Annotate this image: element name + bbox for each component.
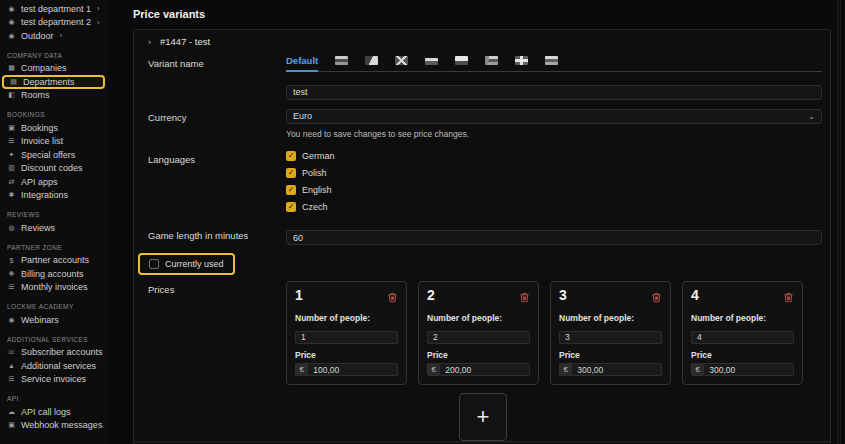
sidebar-item-api-call-logs[interactable]: ☁ API call logs bbox=[0, 405, 107, 419]
language-checkbox-english[interactable]: ✓ English bbox=[286, 185, 822, 195]
sidebar-item-service-invoices[interactable]: ☰ Service invoices bbox=[0, 373, 107, 387]
sidebar-item-departments[interactable]: ▤ Departments bbox=[2, 75, 105, 89]
sidebar-item-additional-services[interactable]: ▲ Additional services bbox=[0, 359, 107, 373]
sidebar-item-invoice-list[interactable]: ☰ Invoice list bbox=[0, 135, 107, 149]
sidebar-item-partner-accounts[interactable]: $ Partner accounts bbox=[0, 254, 107, 268]
currently-used-label: Currently used bbox=[165, 259, 224, 269]
trash-icon[interactable] bbox=[519, 289, 530, 307]
add-price-button[interactable]: + bbox=[459, 393, 507, 441]
sidebar-item-test-department-2[interactable]: ◉ test department 2 › bbox=[0, 16, 107, 30]
people-input[interactable] bbox=[559, 331, 662, 344]
trash-icon[interactable] bbox=[783, 289, 794, 307]
variant-header-label: #1447 - test bbox=[160, 36, 210, 47]
sidebar-item-label: Webhook messages bbox=[21, 420, 102, 430]
sidebar-section-api: API bbox=[0, 386, 107, 405]
sidebar-item-bookings[interactable]: ▣ Bookings bbox=[0, 121, 107, 135]
prices-label: Prices bbox=[148, 281, 286, 441]
tab-default[interactable]: Default bbox=[286, 55, 318, 72]
flag-tab-3-icon[interactable] bbox=[395, 56, 408, 65]
checked-checkbox-icon: ✓ bbox=[286, 151, 296, 161]
services-icon: ▲ bbox=[7, 362, 16, 369]
currency-selected-value: Euro bbox=[293, 111, 312, 121]
trash-icon[interactable] bbox=[651, 289, 662, 307]
currency-label: Currency bbox=[148, 109, 286, 139]
checkbox-label: Polish bbox=[302, 168, 327, 178]
flag-tab-1-icon[interactable] bbox=[335, 56, 348, 65]
currency-select[interactable]: Euro ⌄ bbox=[286, 109, 822, 124]
price-input[interactable] bbox=[571, 363, 662, 376]
price-label: Price bbox=[691, 350, 794, 360]
price-card-4: 4 Number of people: Price € bbox=[682, 281, 803, 385]
chevron-right-icon: › bbox=[97, 18, 100, 27]
sidebar-item-label: Special offers bbox=[21, 150, 75, 160]
language-checkbox-czech[interactable]: ✓ Czech bbox=[286, 202, 822, 212]
sidebar-item-api-apps[interactable]: ⇄ API apps bbox=[0, 175, 107, 189]
main-content: Price variants › #1447 - test Variant na… bbox=[107, 0, 845, 444]
euro-icon: € bbox=[295, 363, 307, 376]
language-checkbox-german[interactable]: ✓ German bbox=[286, 151, 822, 161]
people-label: Number of people: bbox=[427, 313, 530, 323]
book-icon: ▣ bbox=[7, 124, 16, 132]
trash-icon[interactable] bbox=[387, 289, 398, 307]
language-tab-strip: Default bbox=[286, 55, 822, 72]
sidebar-item-label: API apps bbox=[21, 177, 58, 187]
people-label: Number of people: bbox=[691, 313, 794, 323]
sidebar: ◉ test department 1 › ◉ test department … bbox=[0, 0, 107, 444]
variant-1447-header[interactable]: › #1447 - test bbox=[134, 30, 830, 51]
sidebar-item-rooms[interactable]: ◧ Rooms bbox=[0, 89, 107, 103]
sidebar-item-billing-accounts[interactable]: ❖ Billing accounts bbox=[0, 267, 107, 281]
arrows-icon: ⇄ bbox=[7, 178, 16, 186]
sidebar-item-subscriber-accounts[interactable]: ☏ Subscriber accounts bbox=[0, 346, 107, 360]
people-label: Number of people: bbox=[559, 313, 662, 323]
document-icon: ☰ bbox=[7, 283, 16, 291]
variant-name-input[interactable] bbox=[286, 85, 822, 100]
page-title: Price variants bbox=[133, 8, 831, 20]
flag-tab-8-icon[interactable] bbox=[545, 56, 558, 65]
sidebar-item-label: Additional services bbox=[21, 361, 96, 371]
sidebar-item-webinars[interactable]: ◉ Webinars bbox=[0, 313, 107, 327]
pin-icon: ◉ bbox=[7, 18, 16, 26]
game-length-input[interactable] bbox=[286, 230, 822, 245]
chat-icon: ◍ bbox=[7, 224, 16, 232]
flag-tab-4-icon[interactable] bbox=[425, 58, 438, 65]
sidebar-item-label: Integrations bbox=[21, 190, 68, 200]
pin-icon: ◉ bbox=[7, 32, 16, 40]
flag-tab-5-icon[interactable] bbox=[455, 56, 468, 65]
lock-icon: ◧ bbox=[7, 91, 16, 99]
currently-used-checkbox[interactable]: Currently used bbox=[138, 253, 235, 275]
price-label: Price bbox=[559, 350, 662, 360]
sidebar-item-monthly-invoices[interactable]: ☰ Monthly invoices bbox=[0, 281, 107, 295]
chevron-right-icon: › bbox=[60, 31, 63, 40]
sidebar-item-discount-codes[interactable]: ▥ Discount codes bbox=[0, 162, 107, 176]
integrations-icon: ✱ bbox=[7, 191, 16, 199]
sidebar-item-label: Outdoor bbox=[21, 31, 54, 41]
people-input[interactable] bbox=[295, 331, 398, 344]
language-checkbox-polish[interactable]: ✓ Polish bbox=[286, 168, 822, 178]
sidebar-section-reviews: REVIEWS bbox=[0, 202, 107, 221]
sidebar-item-webhook-messages[interactable]: ▣ Webhook messages bbox=[0, 419, 107, 433]
price-input[interactable] bbox=[439, 363, 530, 376]
flag-tab-2-icon[interactable] bbox=[365, 56, 378, 65]
sidebar-item-special-offers[interactable]: ✦ Special offers bbox=[0, 148, 107, 162]
variant-panel: › #1447 - test Variant name Default bbox=[133, 29, 831, 444]
sidebar-item-outdoor[interactable]: ◉ Outdoor › bbox=[0, 29, 107, 43]
flag-tab-6-icon[interactable] bbox=[485, 56, 498, 65]
sidebar-item-companies[interactable]: ▦ Companies bbox=[0, 62, 107, 76]
flag-tab-7-icon[interactable] bbox=[515, 56, 528, 65]
sidebar-item-integrations[interactable]: ✱ Integrations bbox=[0, 189, 107, 203]
sidebar-item-test-department-1[interactable]: ◉ test department 1 › bbox=[0, 2, 107, 16]
sidebar-section-lockme-academy: LOCKME ACADEMY bbox=[0, 294, 107, 313]
scrollbar-track[interactable] bbox=[837, 0, 841, 444]
price-input[interactable] bbox=[703, 363, 794, 376]
message-icon: ▣ bbox=[7, 421, 16, 429]
tag-icon: ✦ bbox=[7, 151, 16, 159]
variant-name-label: Variant name bbox=[148, 55, 286, 100]
euro-icon: € bbox=[427, 363, 439, 376]
game-length-label: Game length in minutes bbox=[148, 227, 286, 246]
sidebar-item-reviews[interactable]: ◍ Reviews bbox=[0, 221, 107, 235]
document-icon: ☰ bbox=[7, 375, 16, 383]
people-input[interactable] bbox=[691, 331, 794, 344]
price-input[interactable] bbox=[307, 363, 398, 376]
people-input[interactable] bbox=[427, 331, 530, 344]
sidebar-item-label: test department 2 bbox=[21, 17, 91, 27]
